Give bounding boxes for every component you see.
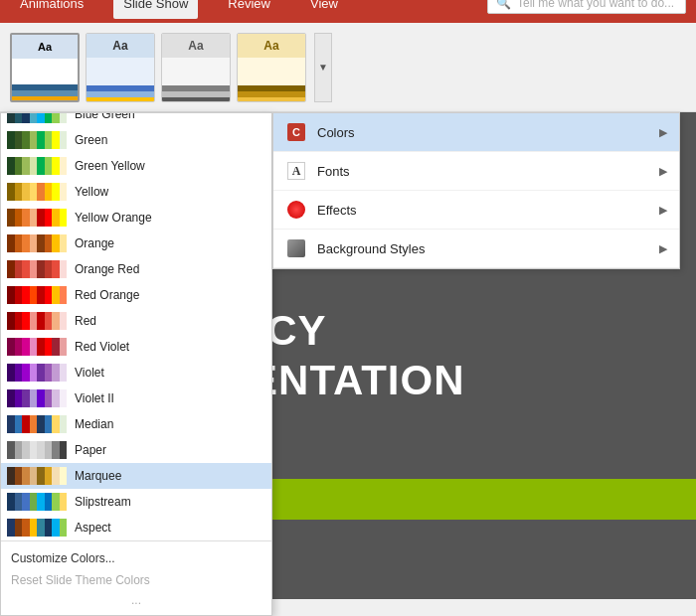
font-icon: A — [285, 160, 307, 182]
right-panel-item-effects[interactable]: Effects▶ — [273, 191, 679, 230]
search-icon: 🔍 — [496, 0, 511, 10]
dropdown-footer: Customize Colors... Reset Slide Theme Co… — [1, 540, 271, 615]
color-scheme-label: Yellow Orange — [75, 211, 152, 225]
color-swatch — [7, 467, 67, 485]
color-scheme-label: Paper — [75, 443, 106, 457]
tab-view[interactable]: View — [300, 0, 348, 19]
color-scheme-label: Green Yellow — [75, 159, 145, 173]
color-swatch — [7, 389, 67, 407]
search-placeholder: Tell me what you want to do... — [517, 0, 674, 10]
color-swatch — [7, 183, 67, 201]
right-panel-item-colors[interactable]: CColors▶ — [273, 113, 679, 152]
color-list[interactable]: OfficeOffice 2007 - 2010GrayscaleBlue Wa… — [1, 113, 271, 540]
color-swatch — [7, 286, 67, 304]
theme-thumb-3[interactable]: Aa — [161, 33, 231, 102]
color-item[interactable]: Median — [1, 411, 271, 437]
color-scheme-label: Orange Red — [75, 262, 139, 276]
color-scheme-label: Red — [75, 314, 96, 328]
color-scheme-label: Slipstream — [75, 495, 131, 509]
color-swatch — [7, 234, 67, 252]
right-panel-arrow: ▶ — [659, 242, 667, 255]
color-swatch — [7, 260, 67, 278]
color-item[interactable]: Red Violet — [1, 334, 271, 360]
color-dropdown: OfficeOffice 2007 - 2010GrayscaleBlue Wa… — [0, 112, 272, 616]
effects-icon — [285, 199, 307, 221]
customize-colors-link[interactable]: Customize Colors... — [11, 547, 261, 569]
themes-bar: Aa Aa Aa Aa ▼ — [0, 23, 696, 112]
color-swatch — [7, 493, 67, 511]
color-swatch — [7, 519, 67, 537]
color-item[interactable]: Marquee — [1, 463, 271, 489]
right-panel-arrow: ▶ — [659, 126, 667, 139]
color-scheme-label: Orange — [75, 236, 114, 250]
color-item[interactable]: Yellow — [1, 179, 271, 205]
color-swatch — [7, 441, 67, 459]
color-item[interactable]: Aspect — [1, 515, 271, 540]
color-item[interactable]: Green — [1, 127, 271, 153]
palette-icon: C — [285, 121, 307, 143]
color-swatch — [7, 131, 67, 149]
color-scheme-label: Aspect — [75, 521, 111, 535]
color-item[interactable]: Green Yellow — [1, 153, 271, 179]
bg-icon — [285, 237, 307, 259]
color-scheme-label: Red Orange — [75, 288, 139, 302]
right-panel-label: Background Styles — [317, 241, 659, 256]
themes-scroll-down[interactable]: ▼ — [314, 33, 332, 102]
right-panel-label: Effects — [317, 203, 659, 218]
theme-thumb-4[interactable]: Aa — [237, 33, 306, 102]
color-scheme-label: Blue Green — [75, 113, 135, 121]
right-panel-arrow: ▶ — [659, 204, 667, 217]
right-panel-label: Colors — [317, 125, 659, 140]
color-swatch — [7, 209, 67, 227]
color-scheme-label: Violet — [75, 366, 104, 380]
right-panel-item-background-styles[interactable]: Background Styles▶ — [273, 230, 679, 268]
ribbon-bar: Animations Slide Show Review View 🔍 Tell… — [0, 0, 696, 23]
right-panel-arrow: ▶ — [659, 165, 667, 178]
color-swatch — [7, 338, 67, 356]
color-swatch — [7, 415, 67, 433]
tab-slideshow[interactable]: Slide Show — [113, 0, 198, 19]
reset-theme-link: Reset Slide Theme Colors — [11, 569, 261, 591]
color-item[interactable]: Slipstream — [1, 489, 271, 515]
color-swatch — [7, 157, 67, 175]
color-swatch — [7, 364, 67, 382]
theme-thumb-2[interactable]: Aa — [86, 33, 155, 102]
color-item[interactable]: Violet II — [1, 385, 271, 411]
right-panel-item-fonts[interactable]: AFonts▶ — [273, 152, 679, 191]
color-item[interactable]: Orange — [1, 231, 271, 256]
theme-thumb-1[interactable]: Aa — [10, 33, 80, 102]
color-scheme-label: Violet II — [75, 391, 114, 405]
color-item[interactable]: Orange Red — [1, 256, 271, 282]
color-item[interactable]: Blue Green — [1, 113, 271, 127]
color-item[interactable]: Red — [1, 308, 271, 334]
main-area: RKS AGENCY OYEE ORIENTATION vertising on… — [0, 112, 696, 599]
tab-animations[interactable]: Animations — [10, 0, 93, 19]
ribbon-search[interactable]: 🔍 Tell me what you want to do... — [487, 0, 686, 14]
color-swatch — [7, 312, 67, 330]
color-scheme-label: Marquee — [75, 469, 121, 483]
right-panel: CColors▶AFonts▶Effects▶Background Styles… — [272, 112, 680, 269]
more-dots: ... — [11, 591, 261, 609]
tab-review[interactable]: Review — [218, 0, 280, 19]
color-item[interactable]: Paper — [1, 437, 271, 463]
color-scheme-label: Red Violet — [75, 340, 129, 354]
color-item[interactable]: Violet — [1, 360, 271, 385]
color-item[interactable]: Yellow Orange — [1, 205, 271, 231]
color-item[interactable]: Red Orange — [1, 282, 271, 308]
color-swatch — [7, 113, 67, 123]
color-scheme-label: Median — [75, 417, 113, 431]
color-scheme-label: Green — [75, 133, 107, 147]
color-scheme-label: Yellow — [75, 185, 108, 199]
right-panel-label: Fonts — [317, 164, 659, 179]
